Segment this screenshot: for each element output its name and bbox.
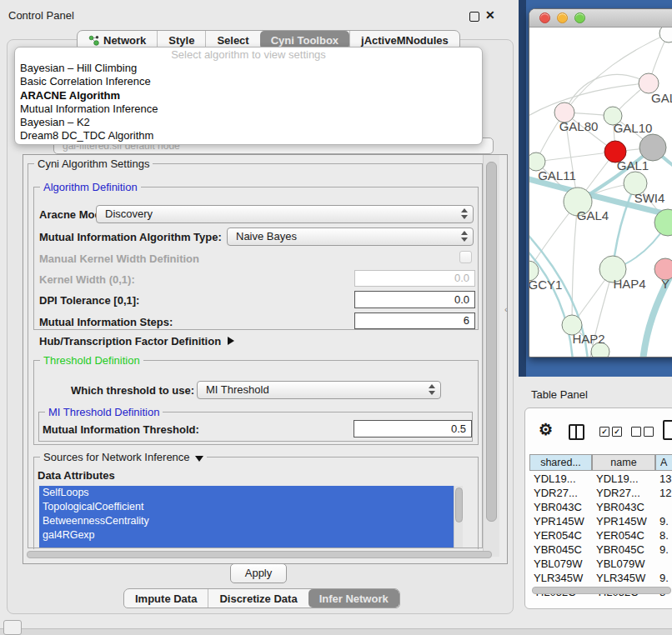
columns-icon[interactable] xyxy=(569,424,584,440)
attribute-item-gal4rgexp[interactable]: gal4RGexp xyxy=(39,528,454,542)
network-window[interactable]: GALGAL80GAL10GAL1GAL11SWI4GAL4GCY1HAP4YH… xyxy=(529,8,672,358)
network-edge[interactable] xyxy=(536,152,615,162)
settings-vscrollbar[interactable] xyxy=(483,155,499,557)
tab-jactivemnodules-label: jActiveMNodules xyxy=(361,34,449,47)
close-icon[interactable]: ✕ xyxy=(485,8,495,22)
table-cell[interactable]: YBR045C xyxy=(529,542,594,557)
hub-definition-toggle[interactable]: Hub/Transcription Factor Definition xyxy=(39,335,234,348)
mi-threshold-group-title: MI Threshold Definition xyxy=(45,406,163,418)
algorithm-option-mutual-information-inference[interactable]: Mutual Information Inference xyxy=(15,102,482,116)
table-cell[interactable]: 9. xyxy=(655,571,672,585)
mi-threshold-value: 0.5 xyxy=(451,422,466,435)
settings-gear-icon[interactable]: ⚙ xyxy=(539,420,553,439)
table-header-shared-[interactable]: shared... xyxy=(529,454,592,471)
table-cell[interactable]: YPR145W xyxy=(529,514,594,528)
table-cell[interactable] xyxy=(655,557,672,571)
table-cell[interactable]: 13 xyxy=(655,472,672,486)
data-attributes-label: Data Attributes xyxy=(38,469,115,482)
table-cell[interactable]: 9. xyxy=(655,542,672,557)
zoom-traffic-light-icon[interactable] xyxy=(574,12,585,23)
algorithm-definition-title: Algorithm Definition xyxy=(40,181,141,193)
table-cell[interactable]: 8. xyxy=(655,528,672,542)
app-root: Control Panel ✕ NetworkStyleSelectCyni T… xyxy=(0,0,672,635)
table-cell[interactable]: YDR27... xyxy=(529,486,594,500)
tab-impute-data-label: Impute Data xyxy=(135,592,197,605)
splitter-collapse-icon[interactable]: ‹ xyxy=(504,304,508,314)
algorithm-option-bayesian-k2[interactable]: Bayesian – K2 xyxy=(15,116,482,129)
table-cell[interactable] xyxy=(655,500,672,514)
table-cell[interactable]: YBR043C xyxy=(529,500,594,514)
network-node-label: GAL1 xyxy=(617,158,649,172)
table-cell[interactable]: YBR043C xyxy=(592,500,658,514)
data-attributes-list[interactable]: SelfLoopsTopologicalCoefficientBetweenne… xyxy=(39,486,454,548)
close-traffic-light-icon[interactable] xyxy=(539,12,550,23)
threshold-group-title: Threshold Definition xyxy=(40,354,143,367)
network-node[interactable] xyxy=(639,134,666,161)
apply-button[interactable]: Apply xyxy=(230,563,287,583)
algorithm-option-dream8-dc-tdc-algorithm[interactable]: Dream8 DC_TDC Algorithm xyxy=(15,129,482,142)
tab-cyni-toolbox-label: Cyni Toolbox xyxy=(271,34,339,47)
algorithm-option-basic-correlation-inference[interactable]: Basic Correlation Inference xyxy=(15,75,482,88)
kernel-width-label: Kernel Width (0,1): xyxy=(39,273,135,286)
function-icon[interactable] xyxy=(663,420,672,440)
network-node-label: HAP2 xyxy=(572,332,604,346)
mi-type-label: Mutual Information Algorithm Type: xyxy=(39,231,222,243)
status-strip xyxy=(0,628,672,635)
network-edge[interactable] xyxy=(529,246,573,358)
tab-infer-network-label: Infer Network xyxy=(319,592,389,605)
attribute-item-betweennesscentrality[interactable]: BetweennessCentrality xyxy=(39,514,454,528)
attribute-item-selfloops[interactable]: SelfLoops xyxy=(39,486,454,500)
network-node[interactable] xyxy=(659,28,672,42)
attributes-scrollbar[interactable] xyxy=(454,486,463,548)
network-window-titlebar[interactable] xyxy=(529,9,672,28)
table-cell[interactable]: YLR345W xyxy=(529,571,594,585)
table-cell[interactable]: 9. xyxy=(655,514,672,528)
deselect-checkboxes-icon[interactable] xyxy=(631,427,654,437)
network-node-label: GAL11 xyxy=(538,168,576,182)
dpi-tolerance-field[interactable]: 0.0 xyxy=(354,291,475,308)
aracne-mode-select[interactable]: Discovery xyxy=(96,205,474,223)
select-checkboxes-icon[interactable]: ✓✓ xyxy=(599,427,622,437)
tab-impute-data[interactable]: Impute Data xyxy=(124,589,208,608)
attribute-item-topologicalcoefficient[interactable]: TopologicalCoefficient xyxy=(39,500,454,514)
table-cell[interactable]: YBR045C xyxy=(592,542,658,557)
table-cell[interactable]: YBL079W xyxy=(592,557,658,571)
float-window-icon[interactable] xyxy=(469,12,479,22)
algorithm-option-aracne-algorithm[interactable]: ARACNE Algorithm xyxy=(15,89,482,102)
kernel-width-field[interactable]: 0.0 xyxy=(354,270,475,287)
table-cell[interactable]: YPR145W xyxy=(592,514,658,528)
minimize-traffic-light-icon[interactable] xyxy=(557,12,568,23)
tab-discretize-data[interactable]: Discretize Data xyxy=(208,589,308,608)
manual-kernel-checkbox[interactable] xyxy=(459,251,472,263)
network-node-label: Y xyxy=(661,277,669,291)
network-node-label: SWI4 xyxy=(634,191,665,205)
table-cell[interactable]: YER054C xyxy=(529,528,594,542)
minimized-panel-icon[interactable] xyxy=(3,620,22,635)
control-panel-title: Control Panel xyxy=(8,9,74,22)
aracne-mode-value: Discovery xyxy=(105,208,153,220)
table-cell[interactable]: YDL19... xyxy=(529,472,594,486)
table-cell[interactable]: YLR345W xyxy=(592,571,658,585)
tab-select-label: Select xyxy=(217,34,248,47)
tab-style-label: Style xyxy=(168,34,194,47)
network-panel-edge xyxy=(519,0,526,377)
settings-hscrollbar[interactable] xyxy=(27,551,492,558)
table-header-a[interactable]: A xyxy=(655,454,672,471)
network-graph[interactable]: GALGAL80GAL10GAL1GAL11SWI4GAL4GCY1HAP4YH… xyxy=(529,28,672,358)
sources-group-title[interactable]: Sources for Network Inference xyxy=(40,451,207,463)
algorithm-dropdown-placeholder: Select algorithm to view settings xyxy=(15,48,482,62)
algorithm-option-bayesian-hill-climbing[interactable]: Bayesian – Hill Climbing xyxy=(15,62,482,75)
which-threshold-select[interactable]: MI Threshold xyxy=(197,381,441,399)
table-cell[interactable]: YBL079W xyxy=(529,557,594,571)
table-cell[interactable]: 12 xyxy=(655,486,672,500)
table-hscrollbar[interactable] xyxy=(532,587,671,594)
table-cell[interactable]: YER054C xyxy=(592,528,658,542)
mi-steps-field[interactable]: 6 xyxy=(354,312,475,329)
manual-kernel-label: Manual Kernel Width Definition xyxy=(39,252,199,265)
table-cell[interactable]: YDR27... xyxy=(592,486,658,500)
table-cell[interactable]: YDL19... xyxy=(592,472,658,486)
mi-type-select[interactable]: Naive Bayes xyxy=(227,228,474,246)
table-header-name[interactable]: name xyxy=(592,454,655,471)
mi-threshold-field[interactable]: 0.5 xyxy=(354,420,472,438)
tab-infer-network[interactable]: Infer Network xyxy=(308,589,399,608)
